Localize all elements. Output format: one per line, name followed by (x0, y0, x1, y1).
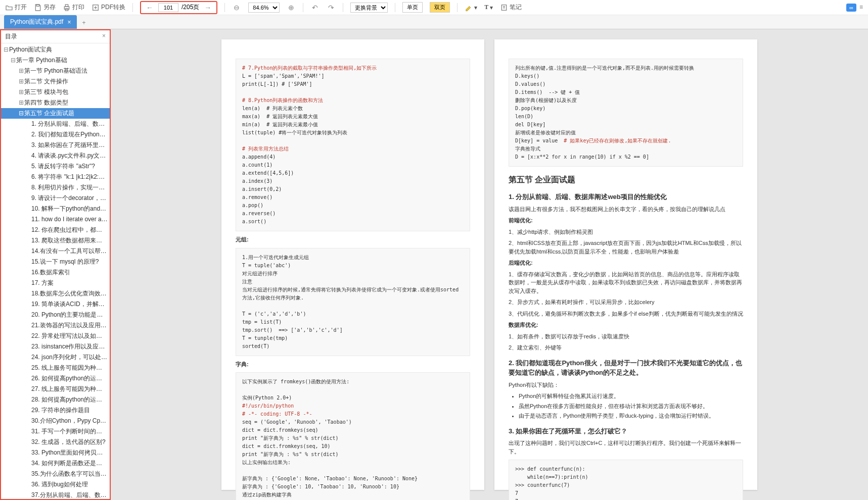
save-as-button[interactable]: 另存 (34, 3, 56, 12)
tree-ch1[interactable]: ⊟第一章 Python基础 (1, 55, 110, 66)
single-page-button[interactable]: 单页 (402, 2, 423, 13)
q2-title: 2. 我们都知道现在Python很火，但是对于一门技术我们不光要知道它的优点，也… (509, 358, 743, 378)
q1-fe-label: 前端优化: (509, 216, 743, 225)
add-tab-button[interactable]: + (77, 17, 90, 29)
code-block-counterfunc: >>> def counterfunc(n): while(n==7):prin… (509, 460, 743, 500)
tree-leaf[interactable]: 10. 解释一下python的and-or… (1, 204, 110, 214)
tree-leaf[interactable]: 21.装饰器的写法以及应用场景… (1, 320, 110, 331)
q1-para: 该题目网上有很多方法，我不想截图网上的长串文字，看的头疼，按我自己的理解说几点 (509, 205, 743, 214)
tree-leaf[interactable]: 26. 如何提高python的运行效… (1, 373, 110, 384)
document-tab[interactable]: Python面试宝典.pdf × (4, 15, 77, 29)
tree-leaf[interactable]: 17. 方案 (1, 278, 110, 288)
tree-leaf[interactable]: 13. 爬取这些数据都用来做什么… (1, 235, 110, 246)
svg-rect-2 (65, 5, 68, 7)
page-left: # 7.Python的列表的截取与字符串操作类型相同,如下所示 L = ['sp… (221, 39, 484, 490)
highlight-button[interactable]: ▾ (465, 4, 477, 12)
infinity-badge[interactable]: ∞ (846, 4, 856, 12)
dict-label: 字典: (236, 360, 470, 369)
sidebar-close-icon[interactable]: × (102, 32, 106, 41)
tree-leaf[interactable]: 32. 生成器，迭代器的区别? (1, 437, 110, 447)
tree-leaf[interactable]: 28. 如何提高python的运行效… (1, 394, 110, 405)
tree-leaf[interactable]: 30.介绍Cython，Pypy Cpytho… (1, 416, 110, 426)
tree-leaf[interactable]: 27. 线上服务可能因为种种原因… (1, 384, 110, 394)
tree-leaf[interactable]: 15.说一下 mysql 的原理? (1, 257, 110, 267)
prev-page-button[interactable]: ← (144, 4, 155, 12)
zoom-select[interactable]: 84.6% (248, 3, 280, 13)
tree-leaf[interactable]: 22. 异常处理写法以及如何主动… (1, 331, 110, 341)
note-button[interactable]: 笔记 (500, 3, 522, 12)
tree-root[interactable]: ⊟Python面试宝典 (1, 44, 110, 55)
tree-s4[interactable]: ⊞第四节 数据类型 (1, 97, 110, 108)
tab-close-icon[interactable]: × (67, 19, 71, 26)
tree-leaf[interactable]: 33. Python里面如何拷贝一个对… (1, 447, 110, 458)
tree-leaf[interactable]: 31. 手写一个判断时间的装饰器… (1, 426, 110, 437)
tree-leaf[interactable]: 29. 字符串的操作题目 (1, 405, 110, 416)
tree-leaf[interactable]: 16.数据库索引 (1, 267, 110, 278)
separator (303, 3, 303, 12)
next-page-button[interactable]: → (202, 4, 213, 12)
tree-leaf[interactable]: 19. 简单谈谈ACID，并解释每… (1, 299, 110, 310)
tree-leaf[interactable]: 14.有没有一个工具可以帮助查… (1, 246, 110, 257)
note-icon (500, 4, 508, 12)
tree-leaf[interactable]: 18.数据库怎么优化查询效率? (1, 288, 110, 299)
tree-leaf[interactable]: 34. 如何判断是函数还是方法?… (1, 458, 110, 469)
tree-leaf[interactable]: 25. 线上服务可能因为种种原因… (1, 363, 110, 373)
tree-leaf[interactable]: 8. 利用切片操作，实现一个trin… (1, 182, 110, 193)
tree-leaf[interactable]: 35.为什么函数名字可以当做参… (1, 469, 110, 479)
q1-db2: 2、建立索引、外键等 (509, 343, 743, 352)
double-page-button[interactable]: 双页 (430, 2, 450, 13)
bullet-item: 由于是动态语言，Python使用鸭子类型，即duck-typing，这会增加运行… (519, 412, 743, 420)
tree-leaf[interactable]: 37.分别从前端、后端、数据库… (1, 490, 110, 499)
code-block-list: # 7.Python的列表的截取与字符串操作类型相同,如下所示 L = ['sp… (236, 59, 470, 231)
tree-s1[interactable]: ⊞第一节 Python基础语法 (1, 66, 110, 76)
code-block-dict: 以下实例展示了 fromkeys()函数的使用方法: 实例(Python 2.0… (236, 372, 470, 500)
pdf-convert-button[interactable]: PDF转换 (92, 3, 125, 12)
tree-leaf[interactable]: 6. 将字符串 "k:1 |k1:2|k2:3|k3… (1, 172, 110, 182)
q1-be3: 3、代码优化，避免循环和判断次数太多，如果多个if else判断，优先判断最有可… (509, 310, 743, 318)
open-button[interactable]: 打开 (5, 3, 27, 12)
q3-para: 出现了这种问题时，我们可以按Ctrl+C，这样可以打断执行程序。我们创建一个死循… (509, 439, 743, 456)
tree-leaf[interactable]: 23. isinstance作用以及应用场… (1, 341, 110, 352)
tree-leaf[interactable]: 36. 遇到bug如何处理 (1, 479, 110, 490)
change-bg-select[interactable]: 更换背景 (350, 3, 388, 13)
tree-leaf[interactable]: 24. json序列化时，可以处理的… (1, 352, 110, 363)
code-block-dict2: 列出所有的键,值.注意得到的是一个可迭代对象,而不是列表.用的时候需要转换 D.… (509, 59, 743, 167)
tree-leaf[interactable]: 3. 如果你困在了死循环里，怎… (1, 140, 110, 151)
folder-open-icon (5, 4, 13, 12)
rotate-right-button[interactable]: ↷ (327, 4, 336, 12)
print-button[interactable]: 打印 (63, 3, 84, 12)
page-input[interactable] (158, 3, 178, 12)
tree-s2[interactable]: ⊞第二节 文件操作 (1, 76, 110, 87)
tree-leaf[interactable]: 11. how do I iterate over a s… (1, 214, 110, 225)
bullet-item: 虽然Python在很多方面都性能良好，但在移动计算和浏览器方面表现不够好。 (519, 402, 743, 411)
tree-leaf[interactable]: 4. 请谈谈.pyc文件和.py文件的… (1, 151, 110, 161)
sidebar-outline: 目录 × ⊟Python面试宝典 ⊟第一章 Python基础 ⊞第一节 Pyth… (0, 29, 111, 500)
separator (343, 3, 343, 12)
tree-leaf[interactable]: 2. 我们都知道现在Python很火… (1, 129, 110, 140)
separator (224, 3, 225, 12)
q2-para: Python有以下缺陷： (509, 381, 743, 389)
section-title: 第五节 企业面试题 (509, 174, 743, 186)
page-viewport[interactable]: # 7.Python的列表的截取与字符串操作类型相同,如下所示 L = ['sp… (111, 29, 868, 500)
menu-icon[interactable]: ≡ (859, 4, 863, 12)
tree-s5[interactable]: ⊟第五节 企业面试题 (1, 108, 110, 119)
tree-s3[interactable]: ⊞第三节 模块与包 (1, 87, 110, 97)
rotate-left-button[interactable]: ↶ (310, 4, 319, 12)
page-right: 列出所有的键,值.注意得到的是一个可迭代对象,而不是列表.用的时候需要转换 D.… (494, 39, 757, 490)
tree-leaf[interactable]: 5. 请反转字符串 "aStr"? (1, 161, 110, 172)
page-navigation: ← /205页 → (140, 1, 217, 14)
outline-tree[interactable]: ⊟Python面试宝典 ⊟第一章 Python基础 ⊞第一节 Python基础语… (1, 43, 110, 499)
total-pages-label: /205页 (181, 3, 199, 12)
tree-leaf[interactable]: 1. 分别从前端、后端、数据库… (1, 119, 110, 129)
tree-leaf[interactable]: 12. 你在爬虫过程中，都是怎么… (1, 225, 110, 235)
tree-leaf[interactable]: 9. 请设计一个decorator，它… (1, 193, 110, 204)
top-toolbar: 打开 另存 打印 PDF转换 ← /205页 → ⊖ 84.6% ⊕ ↶ ↷ 更… (0, 0, 868, 15)
q1-db1: 1、如有条件，数据可以存放于redis，读取速度快 (509, 332, 743, 341)
zoom-in-button[interactable]: ⊕ (287, 4, 296, 12)
tree-leaf[interactable]: 20. Python的主要功能是什么?… (1, 310, 110, 320)
q1-fe2: 2、html和CSS放在页面上部，javascript放在页面下面，因为js加载… (509, 239, 743, 256)
zoom-out-button[interactable]: ⊖ (232, 4, 241, 12)
text-tool-button[interactable]: T▾ (484, 4, 493, 11)
main-area: 目录 × ⊟Python面试宝典 ⊟第一章 Python基础 ⊞第一节 Pyth… (0, 29, 868, 500)
q3-title: 3. 如果你困在了死循环里，怎么打破它？ (509, 426, 743, 436)
